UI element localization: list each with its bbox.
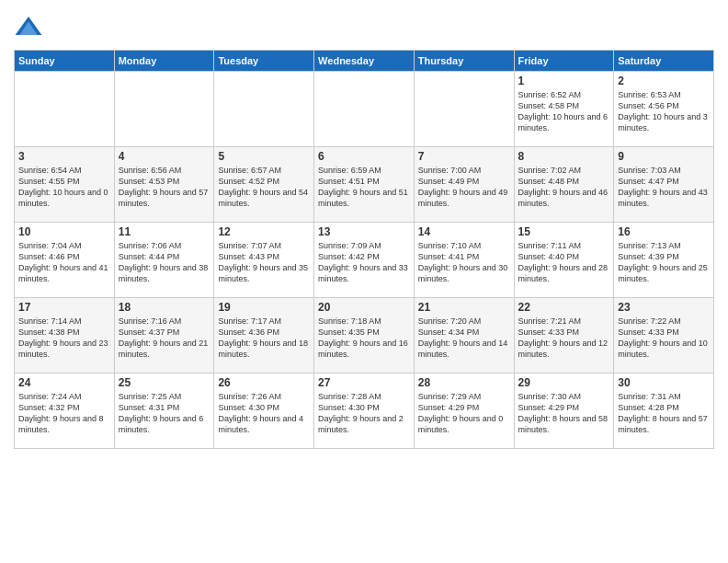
day-number: 17	[18, 301, 110, 314]
calendar-day-cell: 10Sunrise: 7:04 AM Sunset: 4:46 PM Dayli…	[15, 223, 115, 298]
calendar-day-cell: 9Sunrise: 7:03 AM Sunset: 4:47 PM Daylig…	[614, 147, 714, 223]
day-info: Sunrise: 7:04 AM Sunset: 4:46 PM Dayligh…	[18, 240, 110, 285]
day-info: Sunrise: 7:17 AM Sunset: 4:36 PM Dayligh…	[218, 316, 310, 361]
calendar-day-cell: 25Sunrise: 7:25 AM Sunset: 4:31 PM Dayli…	[114, 373, 214, 449]
calendar-day-cell	[314, 72, 415, 147]
weekday-header: Thursday	[414, 51, 514, 72]
day-number: 11	[119, 225, 210, 238]
calendar-week-row: 10Sunrise: 7:04 AM Sunset: 4:46 PM Dayli…	[15, 223, 714, 298]
calendar-day-cell: 18Sunrise: 7:16 AM Sunset: 4:37 PM Dayli…	[114, 298, 214, 373]
calendar-day-cell: 5Sunrise: 6:57 AM Sunset: 4:52 PM Daylig…	[214, 147, 314, 223]
logo	[14, 13, 47, 42]
calendar-week-row: 24Sunrise: 7:24 AM Sunset: 4:32 PM Dayli…	[15, 373, 714, 449]
day-info: Sunrise: 7:18 AM Sunset: 4:35 PM Dayligh…	[318, 316, 410, 361]
day-info: Sunrise: 7:00 AM Sunset: 4:49 PM Dayligh…	[418, 165, 510, 210]
day-number: 2	[618, 75, 710, 87]
calendar-day-cell: 20Sunrise: 7:18 AM Sunset: 4:35 PM Dayli…	[314, 298, 415, 373]
calendar-table: SundayMondayTuesdayWednesdayThursdayFrid…	[14, 50, 714, 449]
calendar-week-row: 3Sunrise: 6:54 AM Sunset: 4:55 PM Daylig…	[15, 147, 714, 223]
day-info: Sunrise: 7:21 AM Sunset: 4:33 PM Dayligh…	[518, 316, 610, 361]
calendar-day-cell	[114, 72, 214, 147]
day-info: Sunrise: 7:11 AM Sunset: 4:40 PM Dayligh…	[518, 240, 610, 285]
calendar-day-cell: 3Sunrise: 6:54 AM Sunset: 4:55 PM Daylig…	[15, 147, 115, 223]
day-info: Sunrise: 7:29 AM Sunset: 4:29 PM Dayligh…	[418, 391, 510, 436]
day-number: 10	[18, 225, 110, 238]
calendar-day-cell	[15, 72, 115, 147]
page-container: SundayMondayTuesdayWednesdayThursdayFrid…	[0, 0, 728, 563]
day-info: Sunrise: 7:26 AM Sunset: 4:30 PM Dayligh…	[218, 391, 310, 436]
calendar-day-cell: 15Sunrise: 7:11 AM Sunset: 4:40 PM Dayli…	[514, 223, 614, 298]
calendar-day-cell: 6Sunrise: 6:59 AM Sunset: 4:51 PM Daylig…	[314, 147, 415, 223]
day-info: Sunrise: 6:52 AM Sunset: 4:58 PM Dayligh…	[518, 89, 610, 134]
day-info: Sunrise: 7:14 AM Sunset: 4:38 PM Dayligh…	[18, 316, 110, 361]
calendar-day-cell: 14Sunrise: 7:10 AM Sunset: 4:41 PM Dayli…	[414, 223, 514, 298]
day-info: Sunrise: 6:54 AM Sunset: 4:55 PM Dayligh…	[18, 165, 110, 210]
calendar-day-cell: 28Sunrise: 7:29 AM Sunset: 4:29 PM Dayli…	[414, 373, 514, 449]
day-number: 22	[518, 301, 610, 314]
calendar-day-cell: 27Sunrise: 7:28 AM Sunset: 4:30 PM Dayli…	[314, 373, 415, 449]
calendar-week-row: 1Sunrise: 6:52 AM Sunset: 4:58 PM Daylig…	[15, 72, 714, 147]
day-info: Sunrise: 7:25 AM Sunset: 4:31 PM Dayligh…	[119, 391, 210, 436]
calendar-day-cell: 13Sunrise: 7:09 AM Sunset: 4:42 PM Dayli…	[314, 223, 415, 298]
day-info: Sunrise: 7:28 AM Sunset: 4:30 PM Dayligh…	[318, 391, 410, 436]
day-number: 18	[119, 301, 210, 314]
calendar-day-cell: 17Sunrise: 7:14 AM Sunset: 4:38 PM Dayli…	[15, 298, 115, 373]
weekday-header: Tuesday	[214, 51, 314, 72]
day-number: 4	[119, 150, 210, 163]
day-number: 5	[218, 150, 310, 163]
day-info: Sunrise: 7:20 AM Sunset: 4:34 PM Dayligh…	[418, 316, 510, 361]
day-info: Sunrise: 7:09 AM Sunset: 4:42 PM Dayligh…	[318, 240, 410, 285]
calendar-day-cell	[214, 72, 314, 147]
day-info: Sunrise: 7:07 AM Sunset: 4:43 PM Dayligh…	[218, 240, 310, 285]
calendar-header-row: SundayMondayTuesdayWednesdayThursdayFrid…	[15, 51, 714, 72]
day-number: 29	[518, 376, 610, 389]
day-number: 25	[119, 376, 210, 389]
calendar-day-cell: 8Sunrise: 7:02 AM Sunset: 4:48 PM Daylig…	[514, 147, 614, 223]
calendar-day-cell: 24Sunrise: 7:24 AM Sunset: 4:32 PM Dayli…	[15, 373, 115, 449]
day-number: 8	[518, 150, 610, 163]
calendar-day-cell	[414, 72, 514, 147]
logo-icon	[14, 13, 43, 42]
day-info: Sunrise: 6:59 AM Sunset: 4:51 PM Dayligh…	[318, 165, 410, 210]
calendar-day-cell: 21Sunrise: 7:20 AM Sunset: 4:34 PM Dayli…	[414, 298, 514, 373]
day-info: Sunrise: 7:30 AM Sunset: 4:29 PM Dayligh…	[518, 391, 610, 436]
day-info: Sunrise: 7:24 AM Sunset: 4:32 PM Dayligh…	[18, 391, 110, 436]
day-info: Sunrise: 6:53 AM Sunset: 4:56 PM Dayligh…	[618, 89, 710, 134]
calendar-day-cell: 4Sunrise: 6:56 AM Sunset: 4:53 PM Daylig…	[114, 147, 214, 223]
day-number: 21	[418, 301, 510, 314]
calendar-day-cell: 22Sunrise: 7:21 AM Sunset: 4:33 PM Dayli…	[514, 298, 614, 373]
weekday-header: Monday	[114, 51, 214, 72]
day-number: 28	[418, 376, 510, 389]
day-number: 1	[518, 75, 610, 87]
calendar-day-cell: 16Sunrise: 7:13 AM Sunset: 4:39 PM Dayli…	[614, 223, 714, 298]
calendar-day-cell: 1Sunrise: 6:52 AM Sunset: 4:58 PM Daylig…	[514, 72, 614, 147]
day-number: 13	[318, 225, 410, 238]
day-info: Sunrise: 7:16 AM Sunset: 4:37 PM Dayligh…	[119, 316, 210, 361]
day-number: 15	[518, 225, 610, 238]
day-info: Sunrise: 7:10 AM Sunset: 4:41 PM Dayligh…	[418, 240, 510, 285]
page-header	[14, 9, 714, 42]
day-number: 14	[418, 225, 510, 238]
day-info: Sunrise: 7:06 AM Sunset: 4:44 PM Dayligh…	[119, 240, 210, 285]
day-number: 20	[318, 301, 410, 314]
day-number: 19	[218, 301, 310, 314]
calendar-day-cell: 29Sunrise: 7:30 AM Sunset: 4:29 PM Dayli…	[514, 373, 614, 449]
day-info: Sunrise: 6:57 AM Sunset: 4:52 PM Dayligh…	[218, 165, 310, 210]
day-number: 16	[618, 225, 710, 238]
day-number: 23	[618, 301, 710, 314]
calendar-day-cell: 23Sunrise: 7:22 AM Sunset: 4:33 PM Dayli…	[614, 298, 714, 373]
calendar-week-row: 17Sunrise: 7:14 AM Sunset: 4:38 PM Dayli…	[15, 298, 714, 373]
weekday-header: Wednesday	[314, 51, 415, 72]
day-info: Sunrise: 7:22 AM Sunset: 4:33 PM Dayligh…	[618, 316, 710, 361]
day-info: Sunrise: 7:13 AM Sunset: 4:39 PM Dayligh…	[618, 240, 710, 285]
day-info: Sunrise: 7:03 AM Sunset: 4:47 PM Dayligh…	[618, 165, 710, 210]
calendar-day-cell: 19Sunrise: 7:17 AM Sunset: 4:36 PM Dayli…	[214, 298, 314, 373]
day-info: Sunrise: 6:56 AM Sunset: 4:53 PM Dayligh…	[119, 165, 210, 210]
calendar-day-cell: 12Sunrise: 7:07 AM Sunset: 4:43 PM Dayli…	[214, 223, 314, 298]
day-info: Sunrise: 7:31 AM Sunset: 4:28 PM Dayligh…	[618, 391, 710, 436]
day-number: 3	[18, 150, 110, 163]
day-number: 7	[418, 150, 510, 163]
weekday-header: Friday	[514, 51, 614, 72]
calendar-day-cell: 30Sunrise: 7:31 AM Sunset: 4:28 PM Dayli…	[614, 373, 714, 449]
weekday-header: Sunday	[15, 51, 115, 72]
